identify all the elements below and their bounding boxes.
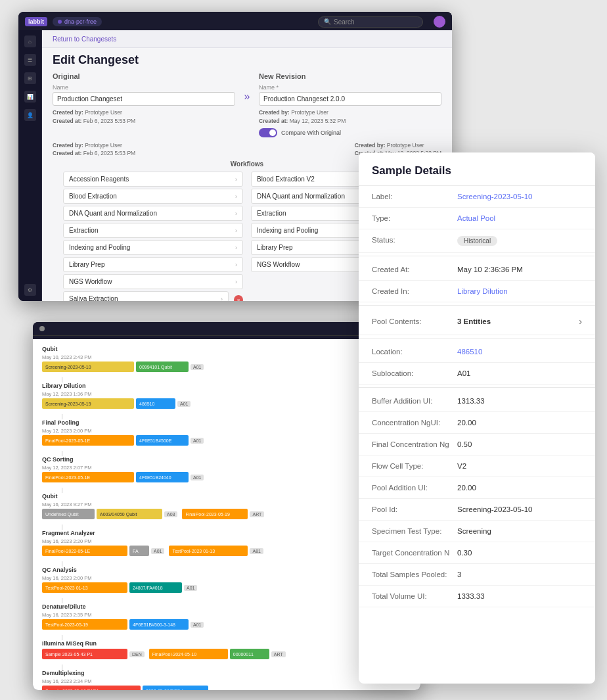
workflow-item-library[interactable]: Library Prep › [63,257,243,272]
workflow-item-accession[interactable]: Accession Reagents › [63,172,243,187]
flow-bar-qubit2-final: FinalPool-2023-05-19 [182,509,248,519]
detail-key-buffer: Buffer Addition UI: [372,397,457,405]
name-input-new[interactable]: Production Changeset 2.0.0 [259,92,441,106]
flow-step-meta-libdil: May 12, 2023 1:36 PM [42,391,411,397]
detail-row-conc: Concentration NgUI: 20.00 [359,412,595,434]
flow-bar-fragment-fa: FA [129,546,149,556]
flow-step-illumina: Illumina MiSeq Run Sample 2023-05-43 P1 … [42,640,411,659]
active-tab[interactable]: dna-pcr-free [53,17,102,26]
flow-connector-2 [62,414,62,419]
workflow-item-saliva[interactable]: Saliva Extraction › [63,291,229,301]
app-logo: labbit [25,17,47,26]
flow-connector-4 [62,488,62,493]
flow-bar-row-finalpooling: FinalPool-2023-05-1E 4F6E51B#500E A01 [42,435,411,446]
flow-bar-illumina-sample: Sample 2023-05-43 P1 [42,649,127,659]
flow-badge-illumina-art: ART [271,651,286,657]
flow-step-label-libdil: Library Dilution [42,383,411,389]
columns-row: Original Name Production Changeset Creat… [53,72,441,137]
flow-bar-demux-sample: Sample-2023-05-10 D1D1 [42,686,141,690]
detail-row-createdin: Created In: Library Dilution [359,281,595,302]
detail-val-target: 0.30 [457,549,582,557]
sidebar-icon-home[interactable]: ⌂ [24,35,36,47]
detail-row-totalvol: Total Volume UI: 1333.33 [359,586,595,607]
search-bar[interactable]: 🔍 Search [318,16,423,28]
sidebar-icon-grid[interactable]: ⊞ [24,72,36,84]
workflow-item-blood[interactable]: Blood Extraction › [63,189,243,204]
workflow-item-extraction[interactable]: Extraction › [63,223,243,238]
pool-val: 3 Entities [457,317,579,325]
detail-row-type: Type: Actual Pool [359,208,595,229]
flow-step-meta-finalpooling: May 12, 2023 2:00 PM [42,428,411,434]
flow-bar-row-qubit2: Undefined Qubit A003/04050 Qubit A03 Fin… [42,509,411,519]
user-avatar[interactable] [434,16,445,28]
detail-val-flowcell: V2 [457,462,582,470]
chevron-right-icon: › [221,296,223,302]
sidebar-icon-settings[interactable]: ⚙ [24,284,36,296]
label-link[interactable]: Screening-2023-05-10 [457,193,532,200]
flow-bar-qcanalysis-pool: TestPool-2023 01-13 [42,582,127,593]
workflow-saliva-row: Saliva Extraction › × [63,291,243,301]
type-link[interactable]: Actual Pool [457,214,495,222]
titlebar: labbit dna-pcr-free 🔍 Search [18,12,452,32]
detail-row-sublocation: Sublocation: A01 [359,363,595,385]
workflow-item-dna[interactable]: DNA Quant and Normalization › [63,206,243,221]
detail-val-status: Historical [457,236,582,246]
flow-step-label-qcanalysis: QC Analysis [42,567,411,573]
flow-bar-demux-id: 2023-05-26/PCSd [143,686,208,690]
flow-bar-fragment-input: FinalPool-2022-05-1E [42,546,127,556]
detail-row-status: Status: Historical [359,229,595,253]
flow-bar-row-qcanalysis: TestPool-2023 01-13 24807/FA#018 A01 [42,582,411,593]
left-workflow-col: Accession Reagents › Blood Extraction › … [63,172,243,301]
flow-connector-8 [62,635,62,640]
detail-val-createdin: Library Dilution [457,287,582,295]
detail-val-createdat: May 10 2:36:36 PM [457,266,582,273]
flow-bar-qcanalysis-id: 24807/FA#018 [129,582,182,593]
original-label: Original [53,72,235,80]
flow-badge-finalpool-a01: A01 [191,438,204,444]
flow-bar-qubit2-id: A003/04050 Qubit [97,509,162,519]
flow-step-denature: Denature/Dilute May 16, 2023 2:35 PM Tes… [42,603,411,630]
flow-step-label-illumina: Illumina MiSeq Run [42,640,411,647]
flow-step-meta-fragment: May 16, 2023 2:20 PM [42,538,411,544]
detail-key-poolid: Pool Id: [372,505,457,513]
flow-step-qcsorting: QC Sorting May 12, 2023 2:07 PM FinalPoo… [42,456,411,482]
flow-bar-row-illumina: Sample 2023-05-43 P1 DEN FinalPool-2024-… [42,649,411,659]
pool-contents-row[interactable]: Pool Contents: 3 Entities › [359,308,595,335]
flow-badge-fragment-a81: A81 [250,548,263,554]
flow-bar-libdil-id: 486510 [136,398,175,409]
arrow-right-icon: » [244,91,250,103]
flow-bar-finalpool-id: 4F6E51B#500E [136,435,189,446]
detail-key-specimen: Specimen Test Type: [372,527,457,535]
compare-toggle[interactable] [259,128,277,137]
toggle-label: Compare With Original [281,129,341,136]
pool-chevron-icon: › [579,316,582,327]
flow-badge-qubit2-a03: A03 [164,511,177,517]
flow-bar-qcsort-id: 4F6E51B24040 [136,472,189,482]
detail-row-finalconc: Final Concentration Ng 0.50 [359,434,595,455]
createdin-link[interactable]: Library Dilution [457,287,508,295]
sidebar-icon-user[interactable]: 👤 [24,109,36,121]
flow-connector-5 [62,525,62,530]
location-link[interactable]: 486510 [457,348,482,356]
compare-toggle-row: Compare With Original [259,128,441,137]
flow-bar-illumina-finalpool: FinalPool-2024-05-10 [149,649,228,659]
detail-row-flowcell: Flow Cell Type: V2 [359,455,595,477]
col-arrow: » [235,72,259,137]
detail-val-pooladdition: 20.00 [457,484,582,492]
flow-step-meta-qcsorting: May 12, 2023 2:07 PM [42,465,411,471]
workflow-item-ngs[interactable]: NGS Workflow › [63,274,243,289]
toggle-thumb [269,129,276,136]
breadcrumb-bar: Return to Changesets [42,30,452,48]
detail-row-createdat: Created At: May 10 2:36:36 PM [359,259,595,281]
delete-saliva-button[interactable]: × [234,295,243,301]
flow-step-label-fragment: Fragment Analyzer [42,530,411,536]
tab-dot [58,20,62,24]
flow-step-meta-qubit1: May 10, 2023 2:43 PM [42,354,411,360]
chevron-right-icon: › [235,210,237,217]
flow-step-qcanalysis: QC Analysis May 16, 2023 2:00 PM TestPoo… [42,567,411,593]
name-field-label-new: Name * [259,84,441,91]
sidebar-icon-chart[interactable]: 📊 [24,91,36,103]
breadcrumb-link[interactable]: Return to Changesets [53,35,116,43]
sidebar-icon-list[interactable]: ☰ [24,54,36,66]
workflow-item-indexing[interactable]: Indexing and Pooling › [63,240,243,255]
